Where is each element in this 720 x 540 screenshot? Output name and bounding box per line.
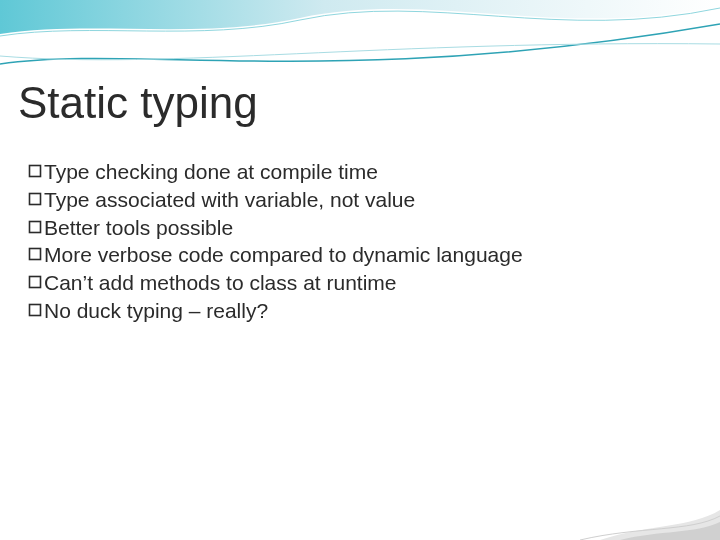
corner-decoration <box>540 480 720 540</box>
slide: Static typing Type checking done at comp… <box>0 0 720 540</box>
square-bullet-icon <box>28 220 42 234</box>
bullet-item: Can’t add methods to class at runtime <box>28 271 680 296</box>
bullet-item: Type checking done at compile time <box>28 160 680 185</box>
svg-rect-5 <box>30 304 41 315</box>
bullet-text: No duck typing – really? <box>44 299 268 324</box>
bullet-item: No duck typing – really? <box>28 299 680 324</box>
bullet-item: More verbose code compared to dynamic la… <box>28 243 680 268</box>
svg-rect-3 <box>30 249 41 260</box>
svg-rect-0 <box>30 166 41 177</box>
square-bullet-icon <box>28 303 42 317</box>
svg-rect-4 <box>30 277 41 288</box>
square-bullet-icon <box>28 247 42 261</box>
bullet-text: Type checking done at compile time <box>44 160 378 185</box>
bullet-text: Can’t add methods to class at runtime <box>44 271 397 296</box>
bullet-item: Type associated with variable, not value <box>28 188 680 213</box>
bullet-text: Better tools possible <box>44 216 233 241</box>
svg-rect-1 <box>30 193 41 204</box>
square-bullet-icon <box>28 164 42 178</box>
bullet-text: Type associated with variable, not value <box>44 188 415 213</box>
square-bullet-icon <box>28 275 42 289</box>
wave-decoration <box>0 0 720 90</box>
square-bullet-icon <box>28 192 42 206</box>
bullet-text: More verbose code compared to dynamic la… <box>44 243 523 268</box>
bullet-item: Better tools possible <box>28 216 680 241</box>
svg-rect-2 <box>30 221 41 232</box>
slide-title: Static typing <box>18 78 258 128</box>
bullet-list: Type checking done at compile time Type … <box>28 160 680 327</box>
